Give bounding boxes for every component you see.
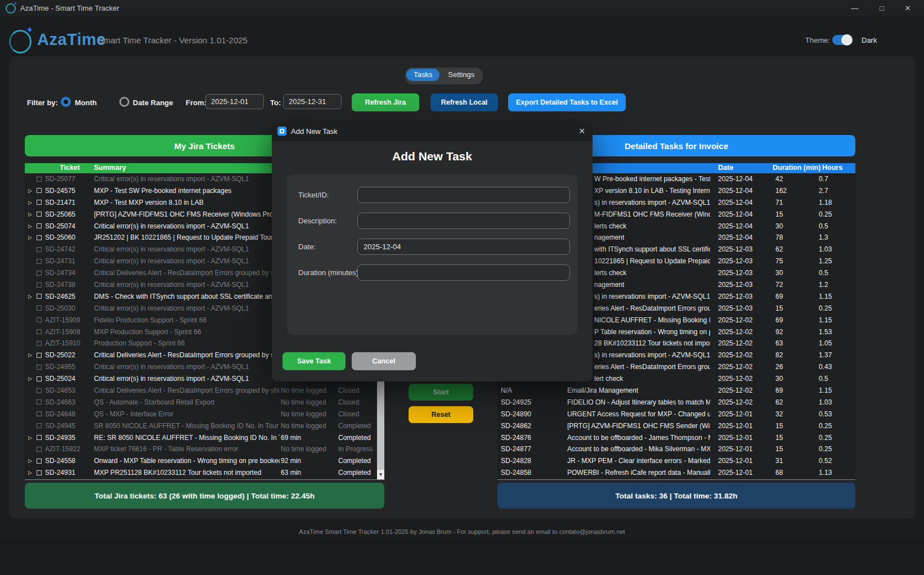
duration-input[interactable] [357,264,570,281]
row-checkbox[interactable] [37,259,42,264]
row-checkbox[interactable] [37,294,42,299]
time-logged-cell: No time logged [281,408,336,420]
expand-icon[interactable]: ▷ [28,197,35,209]
minimize-button[interactable]: — [842,0,868,17]
row-checkbox[interactable] [37,376,42,381]
description-input[interactable] [357,213,570,229]
task-table-row[interactable]: SD-24828JR - MXP PEM - Clear interface e… [497,455,855,467]
save-task-button[interactable]: Save Task [282,352,346,370]
description-cell: nagement [594,279,710,291]
close-button[interactable]: ✕ [895,0,921,17]
refresh-local-button[interactable]: Refresh Local [430,93,498,111]
row-checkbox[interactable] [37,177,42,182]
expand-icon[interactable]: ▷ [28,232,35,244]
row-checkbox[interactable] [37,212,42,217]
expand-icon[interactable]: ▷ [28,373,35,385]
from-date-input[interactable] [205,94,264,109]
row-checkbox[interactable] [37,200,42,205]
ticket-id-input[interactable] [357,187,570,203]
jira-table-row[interactable]: ▷SD-24558Onward - MXP Table reservation … [25,455,384,467]
jira-table-row[interactable]: SD-24648QS - MXP - Interface ErrorNo tim… [25,408,384,420]
hours-cell: 0.5 [819,373,851,385]
export-excel-button[interactable]: Export Detailed Tasks to Excel [508,93,626,111]
row-checkbox[interactable] [37,306,42,311]
reset-timer-button[interactable]: Reset [409,406,473,423]
expand-icon[interactable]: ▷ [28,221,35,232]
dialog-close-icon[interactable]: ✕ [578,127,585,136]
ticket-cell: SD-24931 [45,467,93,479]
task-table-row[interactable]: SD-24862[PRTG] AZVM-FIDFMS1 OHC FMS Send… [497,420,855,432]
row-checkbox[interactable] [37,459,42,464]
jira-table-row[interactable]: SD-24945SR 8050 NICOLE AUFFRET - Missing… [25,420,384,432]
row-checkbox[interactable] [37,353,42,358]
task-table-row[interactable]: SD-24925FIDELIO ON - Adjust Itinerary ta… [497,397,855,408]
hours-cell: 1.53 [819,326,851,338]
to-date-input[interactable] [283,94,342,109]
summary-cell: JR251202 | BK 10221865 | Request to Upda… [94,232,280,244]
task-table-row[interactable]: SD-24877Account to be offboarded - Mika … [497,443,855,455]
jira-table-row[interactable]: AZIT-15922MXP ticket 76616 - PR - Table … [25,443,384,455]
description-cell: POWERBI - Refresh iCafe report data - Ma… [567,467,710,479]
date-range-radio[interactable] [119,97,129,107]
ticket-column-header: Ticket [44,164,96,172]
cancel-button[interactable]: Cancel [352,352,416,370]
row-checkbox[interactable] [37,341,42,346]
row-checkbox[interactable] [37,423,42,428]
row-checkbox[interactable] [37,447,42,452]
duration-cell: 78 [775,232,806,244]
maximize-button[interactable]: □ [869,0,895,17]
date-input[interactable] [357,239,570,255]
ticket-cell: SD-24731 [45,255,93,267]
window-title: AzaTime - Smart Time Tracker [20,4,119,12]
theme-toggle[interactable] [832,35,853,45]
row-checkbox[interactable] [37,247,42,252]
description-cell: P Table reservation - Wrong timing on pr… [594,326,710,338]
task-table-row[interactable]: SD-24890URGENT Access Request for MXP - … [497,408,855,420]
status-cell: Completed [338,420,383,432]
task-table-row[interactable]: SD-24876Account to be offboarded - James… [497,432,855,444]
expand-icon[interactable]: ▷ [28,185,35,197]
time-logged-cell: No time logged [281,385,336,397]
hours-cell: 1.25 [819,255,851,267]
start-timer-button[interactable]: Start [409,384,473,401]
date-label: Date: [298,242,316,251]
expand-icon[interactable]: ▷ [28,209,35,221]
expand-icon[interactable]: ▷ [28,349,35,361]
ticket-id-label: Ticket/ID: [298,191,329,199]
row-checkbox[interactable] [37,365,42,370]
task-table-row[interactable]: SD-24858POWERBI - Refresh iCafe report d… [497,467,855,479]
month-label[interactable]: Month [75,98,97,107]
row-checkbox[interactable] [37,470,42,475]
jira-table-row[interactable]: ▷SD-24931MXP PR251128 BK#10233112 Tour t… [25,467,384,479]
date-cell: 2025-12-02 [718,385,768,397]
jira-table-row[interactable]: ▷SD-24935RE: SR 8050 NICOLE AUFFRET - Mi… [25,432,384,444]
row-checkbox[interactable] [37,271,42,276]
scroll-down-icon[interactable]: ▼ [377,470,384,479]
summary-cell: [PRTG] AZVM-FIDFMS1 OHC FMS Receiver (Wi… [94,209,280,221]
date-cell: 2025-12-04 [718,173,768,185]
expand-icon[interactable]: ▷ [28,467,35,479]
tab-settings[interactable]: Settings [441,69,482,81]
row-checkbox[interactable] [37,411,42,416]
expand-icon[interactable]: ▷ [28,455,35,467]
expand-icon[interactable]: ▷ [28,291,35,303]
task-table-row[interactable]: N/AEmail/Jira Management2025-12-02691.15 [497,385,855,397]
expand-icon[interactable]: ▷ [28,432,35,444]
date-range-label[interactable]: Date Range [133,98,173,107]
theme-label: Theme: [805,36,830,44]
row-checkbox[interactable] [37,329,42,334]
row-checkbox[interactable] [37,388,42,393]
theme-state-label: Dark [862,36,877,44]
jira-table-row[interactable]: SD-24653Critical Deliveries Alert - ResD… [25,385,384,397]
row-checkbox[interactable] [37,399,42,405]
tab-tasks[interactable]: Tasks [406,69,439,81]
row-checkbox[interactable] [37,317,42,322]
row-checkbox[interactable] [37,235,42,240]
jira-table-row[interactable]: SD-24663QS - Automate - Starboard Retail… [25,397,384,408]
refresh-jira-button[interactable]: Refresh Jira [352,93,419,111]
month-radio[interactable] [61,97,71,107]
row-checkbox[interactable] [37,435,42,440]
row-checkbox[interactable] [37,223,42,228]
row-checkbox[interactable] [37,188,42,193]
row-checkbox[interactable] [37,282,42,288]
